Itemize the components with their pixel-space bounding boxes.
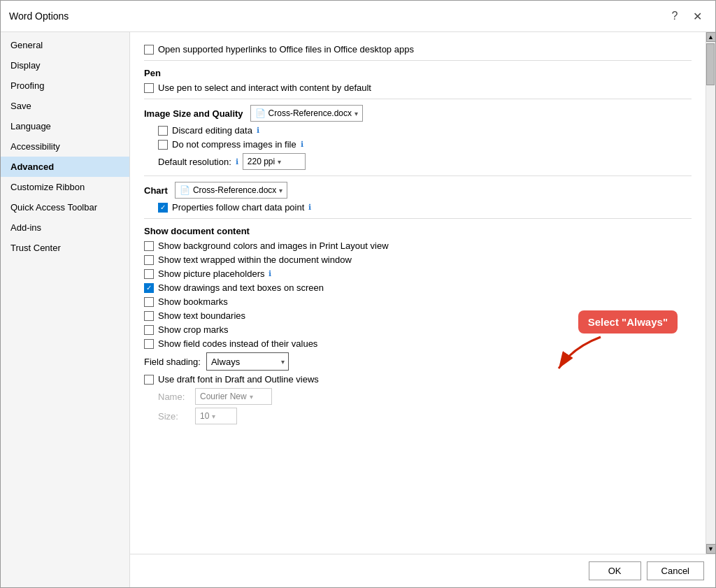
field-shading-label: Field shading: [144, 357, 201, 367]
picture-info-icon[interactable]: ℹ [268, 269, 271, 278]
image-file-value: Cross-Reference.docx [268, 108, 352, 118]
discard-editing-label[interactable]: Discard editing data [172, 125, 252, 136]
sidebar-item-quick-access[interactable]: Quick Access Toolbar [1, 197, 129, 217]
content-scroll: Open supported hyperlinks to Office file… [130, 32, 706, 554]
draft-font-label[interactable]: Use draft font in Draft and Outline view… [158, 374, 319, 385]
title-buttons: ? ✕ [665, 6, 707, 26]
sidebar-item-customize-ribbon[interactable]: Customize Ribbon [1, 177, 129, 197]
content-area: Open supported hyperlinks to Office file… [130, 32, 715, 587]
show-label-7[interactable]: Show field codes instead of their values [158, 338, 317, 349]
show-checkbox-0[interactable] [144, 241, 154, 251]
scrollbar: ▲ ▼ [706, 32, 715, 554]
pen-label[interactable]: Use pen to select and interact with cont… [158, 83, 371, 93]
doc-icon: 📄 [255, 108, 266, 118]
name-dropdown[interactable]: Courier New ▾ [195, 388, 272, 405]
ok-button[interactable]: OK [589, 561, 641, 580]
chart-doc-icon: 📄 [180, 185, 190, 195]
pen-row: Use pen to select and interact with cont… [144, 83, 692, 93]
show-option-2: Show picture placeholders ℹ [144, 268, 692, 279]
hyperlinks-row: Open supported hyperlinks to Office file… [144, 44, 692, 55]
show-label-5[interactable]: Show text boundaries [158, 310, 245, 321]
show-option-4: Show bookmarks [144, 296, 692, 307]
sidebar-item-general[interactable]: General [1, 35, 129, 55]
draft-font-checkbox[interactable] [144, 375, 154, 385]
properties-info-icon[interactable]: ℹ [308, 203, 311, 212]
image-file-dropdown[interactable]: 📄 Cross-Reference.docx ▾ [250, 105, 363, 122]
discard-editing-checkbox[interactable] [158, 126, 168, 136]
show-label-0[interactable]: Show background colors and images in Pri… [158, 241, 389, 251]
discard-editing-row: Discard editing data ℹ [144, 125, 692, 136]
dialog-title: Word Options [9, 10, 69, 22]
properties-follow-checkbox[interactable] [158, 203, 168, 213]
show-checkbox-1[interactable] [144, 255, 154, 265]
image-quality-label: Image Size and Quality [144, 108, 243, 119]
cancel-button[interactable]: Cancel [647, 561, 704, 580]
sidebar-item-proofing[interactable]: Proofing [1, 76, 129, 96]
size-dropdown[interactable]: 10 ▾ [195, 408, 237, 424]
sidebar: General Display Proofing Save Language A… [1, 32, 130, 587]
image-quality-row: Image Size and Quality 📄 Cross-Reference… [144, 105, 692, 122]
name-label: Name: [158, 392, 189, 402]
no-compress-info-icon[interactable]: ℹ [301, 140, 303, 149]
show-checkbox-4[interactable] [144, 297, 154, 307]
show-label-3[interactable]: Show drawings and text boxes on screen [158, 282, 324, 293]
field-shading-select[interactable]: Always Never When selected [206, 352, 289, 371]
scroll-thumb[interactable] [706, 43, 715, 85]
annotation-bubble: Select "Always" [578, 310, 678, 334]
sidebar-item-addins[interactable]: Add-ins [1, 217, 129, 238]
show-checkbox-5[interactable] [144, 311, 154, 321]
discard-info-icon[interactable]: ℹ [257, 126, 259, 135]
sidebar-item-display[interactable]: Display [1, 55, 129, 76]
chart-file-dropdown[interactable]: 📄 Cross-Reference.docx ▾ [175, 182, 287, 199]
show-label-2[interactable]: Show picture placeholders [158, 268, 264, 279]
resolution-dropdown-arrow: ▾ [278, 158, 281, 166]
sidebar-item-accessibility[interactable]: Accessibility [1, 136, 129, 157]
pen-checkbox[interactable] [144, 83, 154, 93]
close-button[interactable]: ✕ [687, 6, 707, 26]
hyperlinks-checkbox[interactable] [144, 45, 154, 55]
image-dropdown-arrow: ▾ [355, 110, 358, 117]
default-resolution-label: Default resolution: [158, 157, 231, 167]
chart-row: Chart 📄 Cross-Reference.docx ▾ [144, 182, 692, 199]
show-option-3: Show drawings and text boxes on screen [144, 282, 692, 293]
show-label-6[interactable]: Show crop marks [158, 324, 228, 335]
title-bar: Word Options ? ✕ [1, 1, 715, 32]
draft-font-row: Use draft font in Draft and Outline view… [144, 374, 692, 385]
show-option-0: Show background colors and images in Pri… [144, 241, 692, 251]
resolution-dropdown[interactable]: 220 ppi ▾ [243, 153, 306, 170]
footer: OK Cancel [130, 554, 715, 587]
hyperlinks-label[interactable]: Open supported hyperlinks to Office file… [158, 44, 414, 55]
properties-follow-label[interactable]: Properties follow chart data point [172, 202, 304, 213]
help-button[interactable]: ? [665, 6, 685, 26]
word-options-dialog: Word Options ? ✕ General Display Proofin… [0, 0, 716, 588]
no-compress-row: Do not compress images in file ℹ [144, 139, 692, 150]
show-checkbox-6[interactable] [144, 325, 154, 335]
show-label-1[interactable]: Show text wrapped within the document wi… [158, 254, 352, 265]
name-value: Courier New [200, 392, 247, 401]
sidebar-item-trust-center[interactable]: Trust Center [1, 238, 129, 258]
size-dropdown-arrow: ▾ [212, 413, 215, 420]
sidebar-item-language[interactable]: Language [1, 116, 129, 136]
no-compress-label[interactable]: Do not compress images in file [172, 139, 296, 150]
show-label-4[interactable]: Show bookmarks [158, 296, 228, 307]
show-checkbox-7[interactable] [144, 339, 154, 349]
scroll-down-button[interactable]: ▼ [706, 544, 716, 554]
show-option-1: Show text wrapped within the document wi… [144, 254, 692, 265]
name-row: Name: Courier New ▾ [144, 388, 692, 405]
resolution-info-icon[interactable]: ℹ [236, 157, 238, 166]
show-checkbox-2[interactable] [144, 269, 154, 279]
pen-heading: Pen [144, 68, 692, 78]
show-checkbox-3[interactable] [144, 283, 154, 293]
chart-dropdown-arrow: ▾ [279, 187, 282, 194]
field-shading-container: Field shading: Always Never When selecte… [144, 352, 692, 371]
size-row: Size: 10 ▾ [144, 408, 692, 424]
properties-follow-row: Properties follow chart data point ℹ [144, 202, 692, 213]
sidebar-item-save[interactable]: Save [1, 96, 129, 116]
size-label: Size: [158, 411, 189, 422]
no-compress-checkbox[interactable] [158, 140, 168, 150]
scroll-up-button[interactable]: ▲ [706, 32, 716, 42]
sidebar-item-advanced[interactable]: Advanced [1, 157, 129, 177]
name-dropdown-arrow: ▾ [250, 393, 253, 401]
annotation-container: Select "Always" [552, 310, 678, 375]
field-shading-select-wrapper: Always Never When selected ▾ [206, 352, 289, 371]
